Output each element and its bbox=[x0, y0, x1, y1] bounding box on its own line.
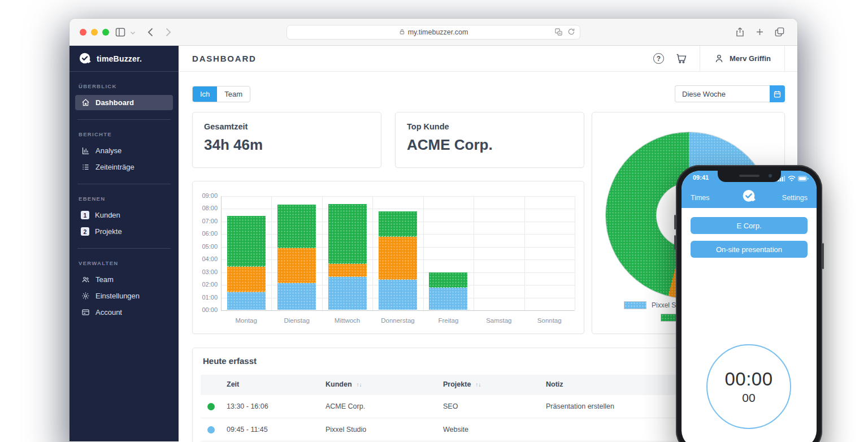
battery-icon bbox=[798, 176, 809, 181]
sidebar-item-label: Team bbox=[96, 275, 114, 284]
gridline-v bbox=[423, 196, 424, 310]
sidebar-item-analyse[interactable]: Analyse bbox=[75, 143, 173, 158]
sidebar-item-label: Kunden bbox=[95, 211, 120, 219]
timer-circle[interactable]: 00:00 00 bbox=[706, 344, 791, 429]
reload-icon[interactable] bbox=[567, 28, 575, 36]
cell-kunden: Pixxel Studio bbox=[326, 426, 366, 434]
phone-settings-link[interactable]: Settings bbox=[782, 194, 808, 202]
phone-status-time: 09:41 bbox=[693, 174, 709, 181]
gridline-h bbox=[221, 196, 575, 197]
minimize-window-button[interactable] bbox=[91, 29, 98, 36]
phone-power-button bbox=[822, 243, 824, 269]
gridline-v bbox=[221, 196, 222, 310]
bar-donnerstag[interactable] bbox=[379, 211, 417, 310]
sort-icon[interactable]: ↑↓ bbox=[475, 382, 481, 388]
gridline-v bbox=[524, 196, 525, 310]
y-tick-label: 06:00 bbox=[196, 230, 218, 237]
chevron-down-icon[interactable] bbox=[129, 29, 136, 36]
segment-ich[interactable]: Ich bbox=[193, 86, 217, 102]
y-tick-label: 05:00 bbox=[196, 243, 218, 250]
wifi-icon bbox=[788, 175, 796, 181]
column-header-projekte[interactable]: Projekte↑↓ bbox=[443, 380, 481, 388]
x-tick-label: Mittwoch bbox=[322, 317, 372, 324]
x-tick-label: Sonntag bbox=[524, 317, 575, 324]
bar-segment bbox=[379, 280, 417, 310]
sidebar-divider bbox=[77, 184, 171, 184]
phone-volume-up-button bbox=[674, 215, 676, 229]
sidebar-item-kunden[interactable]: 1Kunden bbox=[75, 207, 173, 223]
sidebar-item-dashboard[interactable]: Dashboard bbox=[75, 95, 173, 110]
cell-notiz: Präsentation erstellen bbox=[546, 402, 614, 410]
date-filter: Diese Woche bbox=[675, 85, 785, 102]
sidebar-item-label: Account bbox=[96, 308, 122, 317]
sidebar-item-einstellungen[interactable]: Einstellungen bbox=[75, 288, 173, 304]
x-tick-label: Samstag bbox=[474, 317, 524, 324]
sidebar-divider bbox=[77, 248, 171, 249]
bar-freitag[interactable] bbox=[429, 272, 467, 310]
gridline-v bbox=[575, 196, 575, 310]
top-customer-card: Top Kunde ACME Corp. bbox=[395, 112, 584, 168]
segment-team[interactable]: Team bbox=[217, 86, 250, 102]
forward-button[interactable] bbox=[162, 27, 173, 38]
phone-app-header: 09:41 Times Settings bbox=[682, 171, 817, 208]
sidebar-item-account[interactable]: Account bbox=[75, 305, 173, 320]
phone-volume-down-button bbox=[674, 235, 676, 250]
content-header: DASHBOARD ? Merv Griffin bbox=[179, 46, 797, 72]
close-window-button[interactable] bbox=[80, 29, 86, 36]
gridline-h bbox=[221, 209, 575, 209]
bar-chart-xlabels: MontagDienstagMittwochDonnerstagFreitagS… bbox=[221, 317, 575, 324]
phone-button-on-site-presentation[interactable]: On-site presentation bbox=[691, 241, 808, 258]
sidebar-item-label: Dashboard bbox=[96, 98, 134, 107]
address-bar[interactable]: my.timebuzzer.com bbox=[287, 25, 580, 40]
sidebar-item-zeiteintr-ge[interactable]: Zeiteinträge bbox=[75, 159, 173, 175]
share-icon[interactable] bbox=[735, 27, 745, 37]
x-tick-label: Donnerstag bbox=[372, 317, 423, 324]
bar-dienstag[interactable] bbox=[277, 205, 316, 310]
bar-mittwoch[interactable] bbox=[328, 204, 367, 310]
user-name: Merv Griffin bbox=[730, 54, 771, 63]
new-tab-icon[interactable] bbox=[754, 27, 765, 37]
bar-montag[interactable] bbox=[227, 216, 266, 310]
y-tick-label: 02:00 bbox=[196, 281, 218, 288]
user-menu[interactable]: Merv Griffin bbox=[700, 53, 784, 64]
tab-overview-icon[interactable] bbox=[774, 27, 785, 37]
bar-segment bbox=[277, 248, 316, 283]
page-title: DASHBOARD bbox=[192, 54, 257, 63]
y-tick-label: 03:00 bbox=[196, 268, 218, 275]
phone-mockup: 09:41 Times Settings 00:00 00 E Co bbox=[676, 165, 822, 442]
sidebar-item-projekte[interactable]: 2Projekte bbox=[75, 224, 173, 239]
date-range-input[interactable]: Diese Woche bbox=[675, 85, 770, 102]
timebuzzer-logo-icon bbox=[79, 52, 92, 66]
sort-icon[interactable]: ↑↓ bbox=[357, 382, 362, 388]
top-customer-value: ACME Corp. bbox=[407, 136, 572, 154]
bar-segment bbox=[328, 204, 367, 265]
column-header-kunden[interactable]: Kunden↑↓ bbox=[326, 380, 362, 388]
phone-button-e-corp-[interactable]: E Corp. bbox=[691, 217, 808, 234]
y-tick-label: 00:00 bbox=[196, 306, 218, 313]
gridline-v bbox=[322, 196, 323, 310]
sidebar-item-label: Einstellungen bbox=[96, 292, 140, 300]
maximize-window-button[interactable] bbox=[102, 29, 109, 36]
y-tick-label: 08:00 bbox=[196, 205, 218, 211]
phone-nav-bar: Times Settings bbox=[682, 185, 817, 208]
sidebar-toggle-icon[interactable] bbox=[115, 27, 126, 38]
gear-icon bbox=[81, 292, 90, 301]
cart-icon[interactable] bbox=[675, 53, 687, 64]
gridline-v bbox=[372, 196, 373, 310]
browser-toolbar: my.timebuzzer.com bbox=[70, 19, 797, 46]
lock-icon bbox=[399, 29, 405, 36]
bar-segment bbox=[379, 237, 417, 280]
calendar-button[interactable] bbox=[770, 85, 785, 102]
translate-icon[interactable] bbox=[554, 28, 563, 36]
sidebar-item-team[interactable]: Team bbox=[75, 272, 173, 287]
x-tick-label: Montag bbox=[221, 317, 271, 324]
app-logo[interactable]: timeBuzzer. bbox=[70, 46, 179, 72]
scope-segmented-control: IchTeam bbox=[192, 86, 250, 102]
y-tick-label: 04:00 bbox=[196, 255, 218, 262]
total-time-value: 34h 46m bbox=[204, 136, 370, 154]
cell-projekte: SEO bbox=[443, 402, 458, 410]
phone-times-link[interactable]: Times bbox=[691, 194, 710, 202]
help-icon[interactable]: ? bbox=[653, 53, 664, 64]
back-button[interactable] bbox=[145, 27, 157, 38]
bar-segment bbox=[227, 216, 266, 267]
